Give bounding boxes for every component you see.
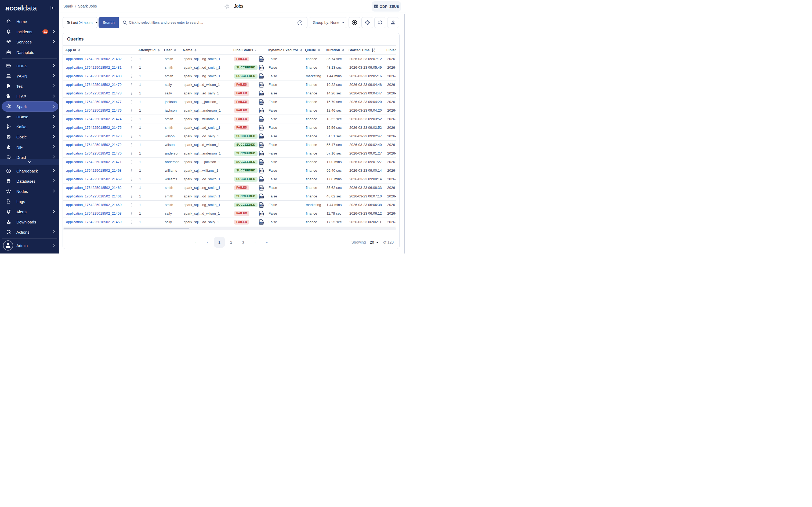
svg-text:LOG: LOG: [260, 93, 263, 95]
svg-text:LOG: LOG: [260, 101, 263, 103]
svg-text:LOG: LOG: [260, 119, 263, 120]
svg-text:LOG: LOG: [260, 144, 263, 146]
svg-text:LOG: LOG: [260, 110, 263, 112]
svg-text:LOG: LOG: [260, 170, 263, 172]
svg-text:1: 1: [374, 50, 375, 52]
svg-text:LOG: LOG: [260, 162, 263, 163]
svg-text:?: ?: [299, 21, 301, 24]
svg-text:LOG: LOG: [260, 179, 263, 180]
svg-text:$: $: [8, 169, 9, 172]
svg-text:LOG: LOG: [260, 76, 263, 77]
svg-text:LOG: LOG: [260, 153, 263, 155]
svg-text:LOG: LOG: [260, 196, 263, 198]
svg-text:LOG: LOG: [260, 136, 263, 137]
svg-text:LOG: LOG: [260, 187, 263, 189]
svg-text:LOG: LOG: [260, 222, 263, 223]
svg-text:LOG: LOG: [260, 58, 263, 60]
svg-text:LOG: LOG: [260, 67, 263, 69]
svg-text:LOG: LOG: [260, 213, 263, 215]
svg-text:LOG: LOG: [260, 205, 263, 206]
svg-text:LOG: LOG: [260, 84, 263, 86]
svg-text:LOG: LOG: [260, 127, 263, 129]
